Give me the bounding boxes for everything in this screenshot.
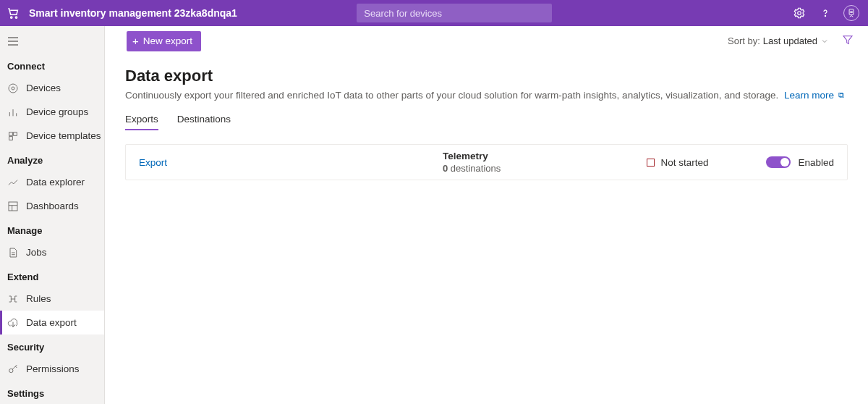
svg-rect-14 xyxy=(14,132,17,135)
svg-rect-13 xyxy=(9,132,13,135)
sidebar-item-label: Dashboards xyxy=(26,201,79,211)
sidebar-section-extend: Extend xyxy=(0,264,104,287)
app-logo-cart-icon[interactable] xyxy=(0,0,26,26)
svg-marker-26 xyxy=(843,36,852,44)
page-description: Continuously export your filtered and en… xyxy=(125,90,848,101)
enabled-label: Enabled xyxy=(798,157,834,168)
svg-point-0 xyxy=(11,17,12,18)
enabled-toggle[interactable] xyxy=(766,156,791,168)
svg-point-3 xyxy=(825,15,825,16)
sidebar-section-manage: Manage xyxy=(0,218,104,240)
svg-point-1 xyxy=(15,17,17,18)
sidebar-section-analyze: Analyze xyxy=(0,148,104,170)
bar-chart-icon xyxy=(7,106,19,118)
sidebar-item-dashboards[interactable]: Dashboards xyxy=(0,194,104,218)
new-export-button[interactable]: + New export xyxy=(127,31,201,51)
tabs: Exports Destinations xyxy=(125,114,848,131)
page-title: Data export xyxy=(125,67,848,85)
tab-destinations[interactable]: Destinations xyxy=(177,114,231,130)
svg-point-23 xyxy=(9,369,13,372)
sidebar-item-device-templates[interactable]: Device templates xyxy=(0,124,104,148)
top-bar: Smart inventory management 23zka8dnqa1 xyxy=(0,0,868,26)
export-name-link[interactable]: Export xyxy=(139,157,443,168)
tab-exports[interactable]: Exports xyxy=(125,114,158,130)
sidebar: Connect Devices Device groups Device tem… xyxy=(0,26,105,404)
svg-point-2 xyxy=(798,12,801,15)
sort-by-value: Last updated xyxy=(763,35,817,46)
svg-rect-16 xyxy=(9,202,17,211)
toolbar: + New export Sort by: Last updated xyxy=(105,26,868,56)
plus-icon: + xyxy=(132,35,139,46)
search-input[interactable] xyxy=(357,4,552,22)
template-icon xyxy=(7,130,19,142)
cloud-export-icon xyxy=(7,317,19,329)
sidebar-item-devices[interactable]: Devices xyxy=(0,76,104,100)
sidebar-item-jobs[interactable]: Jobs xyxy=(0,240,104,264)
app-title: Smart inventory management 23zka8dnqa1 xyxy=(29,7,237,19)
sidebar-item-label: Rules xyxy=(26,293,51,304)
status-not-started-icon xyxy=(647,159,655,167)
key-icon xyxy=(7,363,19,375)
filter-icon[interactable] xyxy=(842,34,854,48)
sidebar-item-label: Data explorer xyxy=(26,177,85,188)
sidebar-section-settings: Settings xyxy=(0,381,104,403)
sidebar-item-data-explorer[interactable]: Data explorer xyxy=(0,170,104,194)
line-chart-icon xyxy=(7,177,19,188)
svg-point-9 xyxy=(12,87,14,90)
exports-list: Export Telemetry 0 destinations Not star… xyxy=(125,144,848,180)
external-link-icon: ⧉ xyxy=(838,91,844,99)
sidebar-item-label: Device templates xyxy=(26,130,101,141)
sidebar-item-label: Device groups xyxy=(26,106,88,117)
export-row[interactable]: Export Telemetry 0 destinations Not star… xyxy=(126,145,847,180)
new-export-label: New export xyxy=(143,35,192,46)
learn-more-link[interactable]: Learn more ⧉ xyxy=(784,90,844,101)
svg-rect-4 xyxy=(849,9,854,15)
export-status: Not started xyxy=(660,157,708,168)
sort-by-label: Sort by: xyxy=(728,35,760,46)
svg-point-8 xyxy=(9,84,17,93)
svg-line-25 xyxy=(15,366,17,368)
hamburger-menu-icon[interactable] xyxy=(0,29,104,54)
sidebar-item-data-export[interactable]: Data export xyxy=(0,311,104,334)
help-icon[interactable] xyxy=(817,5,833,21)
chevron-down-icon xyxy=(820,37,829,46)
sidebar-section-connect: Connect xyxy=(0,54,104,76)
svg-rect-15 xyxy=(9,136,13,140)
sort-by-dropdown[interactable]: Sort by: Last updated xyxy=(728,35,829,46)
sidebar-section-security: Security xyxy=(0,334,104,357)
devices-icon xyxy=(7,83,19,94)
rules-icon xyxy=(7,293,19,305)
sidebar-item-device-groups[interactable]: Device groups xyxy=(0,100,104,124)
export-destinations: 0 destinations xyxy=(443,163,602,174)
settings-gear-icon[interactable] xyxy=(791,5,807,21)
sidebar-item-label: Data export xyxy=(26,317,77,328)
jobs-icon xyxy=(7,247,19,258)
export-type: Telemetry xyxy=(443,151,602,161)
dashboard-icon xyxy=(7,201,19,212)
main-content: + New export Sort by: Last updated Data … xyxy=(105,26,868,404)
sidebar-item-label: Permissions xyxy=(26,363,80,374)
account-avatar[interactable] xyxy=(843,5,859,21)
sidebar-item-label: Devices xyxy=(26,83,61,93)
sidebar-item-permissions[interactable]: Permissions xyxy=(0,357,104,381)
sidebar-item-label: Jobs xyxy=(26,247,47,258)
sidebar-item-rules[interactable]: Rules xyxy=(0,287,104,311)
